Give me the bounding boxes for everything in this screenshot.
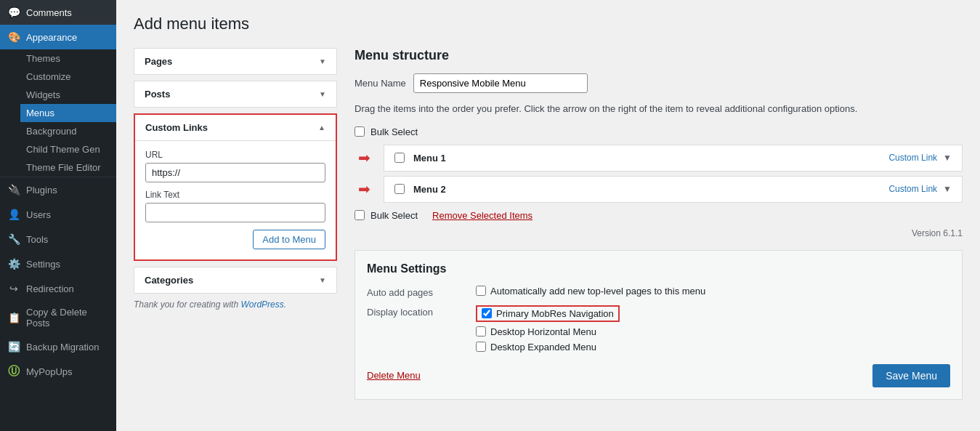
menu1-type: Custom Link (888, 153, 937, 163)
menu1-label: Menu 1 (413, 153, 446, 164)
menu1-arrow-icon: ➡ (358, 149, 370, 166)
display-location-row: Display location Primary MobRes Navigati… (367, 305, 950, 353)
remove-selected-button[interactable]: Remove Selected Items (432, 210, 532, 221)
redirection-icon: ↪ (7, 282, 20, 295)
sidebar-item-backup-migration[interactable]: 🔄 Backup Migration (0, 334, 116, 359)
content-layout: Pages ▼ Posts ▼ Custom Links ▲ (134, 48, 963, 400)
sidebar-item-redirection[interactable]: ↪ Redirection (0, 276, 116, 301)
sidebar-item-plugins[interactable]: 🔌 Plugins (0, 177, 116, 202)
menu-items-container: ➡ Menu 1 Custom Link ▼ ➡ Menu 2 (355, 145, 963, 203)
custom-links-accordion-header[interactable]: Custom Links ▲ (135, 115, 336, 140)
sidebar-item-customize[interactable]: Customize (20, 68, 116, 86)
mypopups-icon: Ⓤ (7, 365, 20, 378)
save-menu-button[interactable]: Save Menu (872, 364, 950, 387)
menu-name-row: Menu Name (355, 73, 963, 93)
plugins-section: 🔌 Plugins (0, 177, 116, 202)
settings-icon: ⚙️ (7, 257, 20, 270)
categories-chevron-icon: ▼ (319, 276, 326, 284)
posts-accordion-header[interactable]: Posts ▼ (134, 81, 336, 107)
link-text-input[interactable] (145, 203, 325, 222)
sidebar: 💬 Comments 🎨 Appearance Themes Customize… (0, 0, 116, 431)
display-location-desktop-e-row: Desktop Expanded Menu (476, 342, 620, 353)
page-title: Add menu items (134, 15, 963, 33)
backup-icon: 🔄 (7, 340, 20, 353)
display-location-label: Display location (367, 305, 461, 318)
menu-item-1: ➡ Menu 1 Custom Link ▼ (384, 145, 963, 172)
sidebar-item-child-theme-gen[interactable]: Child Theme Gen (20, 140, 116, 158)
add-to-menu-button[interactable]: Add to Menu (253, 230, 325, 249)
menu2-arrow-icon: ➡ (358, 180, 370, 198)
bulk-select-bottom-label: Bulk Select (370, 210, 418, 221)
menu2-label: Menu 2 (413, 184, 446, 195)
menu-settings-section: Menu Settings Auto add pages Automatical… (355, 250, 963, 400)
bulk-select-bottom: Bulk Select Remove Selected Items (355, 210, 963, 221)
display-location-primary-row: Primary MobRes Navigation (476, 305, 620, 322)
sidebar-item-menus[interactable]: Menus (20, 104, 116, 122)
sidebar-item-widgets[interactable]: Widgets (20, 86, 116, 104)
copy-delete-icon: 📋 (7, 311, 20, 324)
sidebar-item-users[interactable]: 👤 Users (0, 202, 116, 227)
menu2-type: Custom Link (888, 184, 937, 194)
link-text-label: Link Text (145, 190, 325, 200)
custom-links-accordion: Custom Links ▲ URL Link Text Add to Menu (134, 113, 337, 261)
users-icon: 👤 (7, 208, 20, 221)
link-text-row: Link Text (145, 190, 325, 222)
display-location-primary-label: Primary MobRes Navigation (496, 308, 614, 319)
main-content: Add menu items Pages ▼ Posts ▼ (116, 0, 980, 431)
categories-accordion: Categories ▼ (134, 267, 337, 294)
menu1-chevron-icon[interactable]: ▼ (943, 153, 952, 163)
custom-links-chevron-icon: ▲ (318, 124, 325, 132)
sidebar-item-theme-file-editor[interactable]: Theme File Editor (20, 158, 116, 177)
url-input[interactable] (145, 163, 325, 182)
posts-accordion: Posts ▼ (134, 81, 337, 108)
pages-chevron-icon: ▼ (319, 57, 326, 65)
sidebar-item-tools[interactable]: 🔧 Tools (0, 227, 116, 251)
menu-item-2: ➡ Menu 2 Custom Link ▼ (384, 176, 963, 203)
thank-you-note: Thank you for creating with WordPress. (134, 299, 337, 310)
menu-settings-title: Menu Settings (367, 262, 950, 275)
menu2-checkbox[interactable] (394, 184, 405, 194)
left-panel: Pages ▼ Posts ▼ Custom Links ▲ (134, 48, 337, 310)
categories-accordion-header[interactable]: Categories ▼ (134, 267, 336, 293)
delete-menu-link[interactable]: Delete Menu (367, 370, 421, 381)
url-row: URL (145, 150, 325, 182)
display-location-desktop-h-checkbox[interactable] (476, 326, 486, 337)
auto-add-option-label: Automatically add new top-level pages to… (490, 286, 705, 297)
auto-add-label: Auto add pages (367, 286, 461, 298)
auto-add-option-row: Automatically add new top-level pages to… (476, 286, 705, 297)
auto-add-checkbox[interactable] (476, 286, 486, 296)
sidebar-item-copy-delete[interactable]: 📋 Copy & Delete Posts (0, 301, 116, 334)
tools-icon: 🔧 (7, 233, 20, 246)
bulk-select-top-checkbox[interactable] (355, 126, 365, 137)
menu-name-label: Menu Name (355, 78, 406, 89)
appearance-icon: 🎨 (7, 31, 20, 44)
menu1-checkbox[interactable] (394, 153, 405, 163)
menu2-chevron-icon[interactable]: ▼ (943, 184, 952, 194)
drag-hint: Drag the items into the order you prefer… (355, 102, 963, 116)
right-panel: Menu structure Menu Name Drag the items … (355, 48, 963, 400)
posts-chevron-icon: ▼ (319, 90, 326, 98)
url-label: URL (145, 150, 325, 160)
bulk-select-top: Bulk Select (355, 126, 963, 137)
sidebar-item-mypopups[interactable]: Ⓤ MyPopUps (0, 359, 116, 384)
version-text: Version 6.1.1 (355, 228, 963, 238)
sidebar-item-themes[interactable]: Themes (20, 49, 116, 68)
plugins-icon: 🔌 (7, 183, 20, 196)
display-location-primary-checkbox[interactable] (482, 308, 492, 318)
wordpress-link[interactable]: WordPress (240, 299, 283, 310)
pages-accordion: Pages ▼ (134, 48, 337, 75)
menu-name-input[interactable] (413, 73, 588, 93)
sidebar-item-background[interactable]: Background (20, 122, 116, 140)
bottom-bar: Delete Menu Save Menu (367, 364, 950, 387)
comments-icon: 💬 (7, 6, 20, 19)
pages-accordion-header[interactable]: Pages ▼ (134, 49, 336, 74)
auto-add-row: Auto add pages Automatically add new top… (367, 286, 950, 298)
bulk-select-bottom-checkbox[interactable] (355, 210, 365, 220)
display-location-desktop-e-checkbox[interactable] (476, 342, 486, 352)
sidebar-item-appearance[interactable]: 🎨 Appearance (0, 25, 116, 49)
display-location-desktop-h-row: Desktop Horizontal Menu (476, 326, 620, 337)
display-location-desktop-h-label: Desktop Horizontal Menu (490, 326, 596, 337)
menu-structure-title: Menu structure (355, 48, 963, 63)
sidebar-item-settings[interactable]: ⚙️ Settings (0, 251, 116, 276)
sidebar-item-comments[interactable]: 💬 Comments (0, 0, 116, 25)
